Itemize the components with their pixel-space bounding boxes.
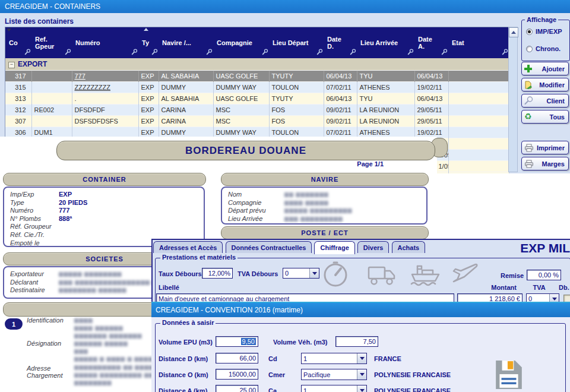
navire-section-box: Nom ▆▆ ▆▆▆▆▆▆▆ Compagnie ▆▆▆▆ ▆▆▆▆▆ Dépa… [221,186,428,225]
column-header[interactable]: Navire /... [159,27,213,58]
marges-button[interactable]: Marges [521,157,569,170]
column-search-icon[interactable] [407,49,414,55]
distance-a-label: Distance A (km) [159,387,207,392]
dropdown-arrow-icon[interactable] [357,369,366,380]
field-value: EXP [59,191,72,199]
db-label: Db. [559,284,570,291]
column-search-icon[interactable] [65,49,71,55]
cd-country-label: FRANCE [374,355,401,362]
column-header[interactable]: Date A. [414,27,448,58]
volume-veh-field[interactable]: 7,50 [335,336,378,347]
column-search-icon[interactable] [24,49,31,55]
imprimer-button[interactable]: Imprimer [521,141,569,154]
tous-button[interactable]: ♻ Tous [521,110,569,124]
save-icon[interactable] [495,359,523,390]
cmer-label: Cmer [268,371,285,378]
column-search-icon[interactable] [151,49,158,55]
column-header[interactable]: Ref. Gpeur [31,27,72,58]
tab[interactable]: Données Contractuelles [226,241,312,253]
column-search-icon[interactable] [350,49,356,55]
ship-icon [409,263,441,286]
dropdown-arrow-icon[interactable] [357,353,366,363]
tab[interactable]: Divers [357,241,390,253]
redacted-line: ▆▆▆▆ [74,317,142,324]
field-label: Exportateur [10,270,59,279]
column-header[interactable]: Compagnie [213,27,269,58]
column-header-label: Etat [452,39,464,46]
field-value: 20 PIEDS [59,199,87,207]
column-header[interactable]: Ty [138,27,159,58]
tab[interactable]: Chiffrage [314,241,354,254]
tab[interactable]: Achats [392,241,426,253]
column-search-icon[interactable] [206,49,213,55]
tva-debours-select[interactable]: 0 [283,268,319,279]
field-row: Lieu Arrivée ▆▆▆ ▆▆▆▆▆▆▆▆▆ [228,215,426,223]
column-search-icon[interactable] [502,49,508,55]
column-search-icon[interactable] [316,49,323,55]
column-header-label: Navire /... [162,39,191,46]
table-row[interactable]: 317 777 EXP AL SABAHIA UASC GOLFE TYUTY … [5,71,509,82]
field-value: 888ª [59,215,72,223]
radio-impexp[interactable]: IMP/EXP [526,28,562,35]
client-button[interactable]: Client [521,94,569,108]
table-scrollbar[interactable] [508,27,518,172]
column-search-icon[interactable] [131,49,138,55]
dropdown-arrow-icon[interactable] [309,268,319,278]
taux-debours-label: Taux Débours [159,270,202,277]
field-row: Nom ▆▆ ▆▆▆▆▆▆▆ [228,191,426,199]
column-header-label: Date D. [327,36,341,50]
column-header-label: Compagnie [217,39,252,46]
table-row[interactable]: 315 ZZZZZZZZZ EXP DUMMY DUMMY WAY TOULON… [5,82,509,93]
field-value-redacted: ▆▆▆▆▆ ▆▆▆▆▆▆▆▆ [59,270,122,279]
redacted-line: ▆▆▆ [74,347,158,355]
column-header-label: Lieu Départ [273,39,309,46]
column-header[interactable]: Numéro [72,27,138,58]
scroll-up-button[interactable] [509,27,518,37]
redacted-line: ▆▆▆▆▆▆ ▆▆▆▆▆ [74,340,158,347]
distance-d-field[interactable]: 66,00 [216,353,258,363]
ca-select[interactable]: 1 [301,385,367,392]
field-label: Réf. Cie./Tr. [10,231,59,239]
taux-debours-field[interactable]: 12,00% [202,268,233,279]
donnees-label: Données à saisir [160,319,216,326]
identification-label: Identification [27,317,64,324]
remise-field[interactable]: 0,00 % [527,270,561,280]
navire-section-header: NAVIRE [221,173,429,186]
field-value-redacted: ▆▆ ▆▆▆▆▆▆▆ [284,191,329,199]
table-row[interactable]: 312 RE002 DFSDFDF EXP CARINA MSC FOS 09/… [5,105,509,116]
field-label: N° Plombs [10,215,59,223]
column-header[interactable]: Lieu Départ [269,27,324,58]
column-header[interactable]: Date D. [324,27,357,58]
distance-a-field[interactable]: 25,00 [216,385,258,392]
designation-label: Désignation [27,340,61,347]
page-indicator: Page 1/1 [332,160,384,167]
stopwatch-icon [321,260,350,289]
field-label: Nom [228,191,284,199]
radio-chrono[interactable]: Chrono. [526,45,560,52]
column-header[interactable]: Lieu Arrivée [357,27,414,58]
column-search-icon[interactable] [262,49,268,55]
cmer-select[interactable]: Pacifique [301,369,367,380]
tab[interactable]: Adresses et Accès [153,241,223,253]
dropdown-arrow-icon[interactable] [357,385,366,392]
table-row[interactable]: 313 . EXP AL SABAHIA UASC GOLFE TYUTY 06… [5,93,509,105]
column-header[interactable]: Co [5,27,31,58]
ajouter-button[interactable]: Ajouter [521,62,569,75]
table-row[interactable]: 307 DSFSDFDSFS EXP CARINA MSC FOS 09/02/… [5,116,509,127]
field-label: Compagnie [228,199,284,207]
column-search-icon[interactable] [441,49,448,55]
column-header[interactable]: Etat [448,27,509,58]
affichage-groupbox: Affichage IMP/EXP Chrono. [521,20,570,61]
field-value-redacted: ▆▆▆▆▆ ▆▆▆▆▆▆▆▆▆ [284,207,352,215]
magnifier-icon [524,96,534,105]
modifier-button[interactable]: Modifier [521,78,569,91]
cd-select[interactable]: 1 [301,353,367,364]
radio-chrono-icon[interactable] [526,46,533,52]
printer-icon [524,144,534,152]
distance-o-field[interactable]: 15000,00 [216,369,258,380]
volume-epu-field[interactable]: 9,50 [216,336,258,347]
bordereau-douane-button[interactable]: BORDEREAU DOUANE [56,141,435,160]
group-row-export[interactable]: EXPORT [5,58,509,71]
collapse-icon[interactable] [8,62,15,68]
radio-impexp-icon[interactable] [526,29,533,35]
